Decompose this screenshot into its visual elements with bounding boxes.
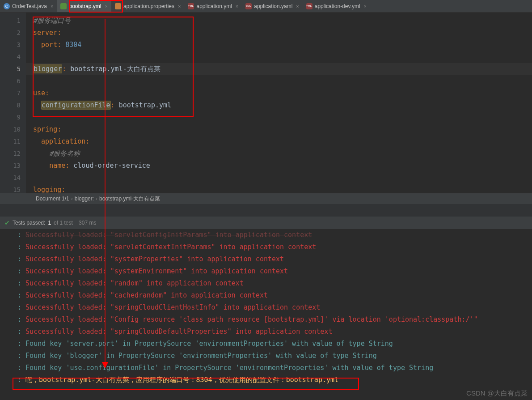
tab-label: application.properties — [123, 3, 174, 9]
console-output[interactable]: : Successfully loaded: "servletConfigIni… — [0, 229, 532, 399]
line-num: 8 — [0, 99, 21, 111]
yaml-key: blogger — [33, 64, 62, 73]
tab-ordertest[interactable]: C OrderTest.java × — [0, 0, 57, 12]
tab-label: application.yaml — [254, 3, 292, 9]
console-line: : Successfully loaded: "servletConfigIni… — [13, 229, 528, 241]
line-gutter: 1 2 3 4 5 6 7 8 9 10 11 12 13 14 15 — [0, 13, 26, 193]
line-num: 6 — [0, 75, 21, 87]
tests-label: Tests passed: — [13, 220, 45, 226]
tab-label: application-dev.yml — [315, 3, 360, 9]
code-editor[interactable]: 1 2 3 4 5 6 7 8 9 10 11 12 13 14 15 #服务端… — [0, 13, 532, 193]
console-line: : Successfully loaded: "cachedrandom" in… — [13, 289, 528, 302]
line-num: 10 — [0, 123, 21, 136]
line-num: 13 — [0, 160, 21, 172]
close-icon[interactable]: × — [105, 4, 108, 9]
tab-label: bootstrap.yml — [69, 3, 101, 9]
console-line: : Successfully loaded: "systemProperties… — [13, 253, 528, 265]
console-line: : Successfully loaded: "springCloudDefau… — [13, 326, 528, 338]
console-line: : Successfully loaded: "servletContextIn… — [13, 241, 528, 253]
panel-divider[interactable] — [0, 204, 532, 217]
tab-label: OrderTest.java — [12, 3, 47, 9]
watermark: CSDN @大白有点菜 — [466, 389, 528, 398]
yaml-key: spring — [33, 125, 57, 133]
close-icon[interactable]: × — [364, 4, 367, 9]
test-status-bar: ✔ Tests passed: 1 of 1 test – 307 ms — [0, 217, 532, 229]
comment: #服务名称 — [49, 149, 80, 157]
tab-bootstrap[interactable]: bootstrap.yml × — [57, 0, 111, 12]
yaml-key: application — [41, 137, 85, 145]
line-num: 7 — [0, 87, 21, 99]
line-num: 15 — [0, 184, 21, 196]
line-num: 3 — [0, 39, 21, 51]
yml-icon — [60, 3, 67, 9]
yaml-value: bootstrap.yml — [119, 101, 171, 109]
console-line: : Successfully loaded: "systemEnvironmen… — [13, 265, 528, 277]
line-num: 2 — [0, 27, 21, 39]
line-num: 5 — [0, 63, 21, 75]
yml-icon — [188, 3, 194, 9]
editor-tabs: C OrderTest.java × bootstrap.yml × appli… — [0, 0, 532, 13]
console-line: : Found key 'use.configurationFile' in P… — [13, 362, 528, 374]
close-icon[interactable]: × — [296, 4, 299, 9]
line-num: 11 — [0, 136, 21, 148]
yaml-key: logging — [33, 186, 61, 194]
yml-icon — [245, 3, 252, 9]
breadcrumb-part[interactable]: blogger: — [75, 196, 94, 202]
tab-appprops[interactable]: application.properties × — [111, 0, 185, 12]
line-num: 14 — [0, 172, 21, 184]
breadcrumb-part[interactable]: bootstrap.yml-大白有点菜 — [99, 195, 160, 203]
console-line: : Found key 'server.port' in PropertySou… — [13, 338, 528, 350]
yaml-key: server — [33, 29, 57, 37]
yml-icon — [306, 3, 312, 9]
yaml-key: name — [49, 162, 65, 170]
tests-detail: of 1 test – 307 ms — [54, 220, 96, 226]
line-num: 1 — [0, 15, 21, 27]
tests-count: 1 — [48, 220, 51, 226]
console-line: : Found key 'blogger' in PropertySource … — [13, 350, 528, 362]
line-num: 4 — [0, 51, 21, 63]
close-icon[interactable]: × — [236, 4, 238, 9]
console-line: : 嘿，bootstrap.yml-大白有点菜，应用程序的端口号：8304，优先… — [13, 374, 528, 386]
code-area[interactable]: #服务端口号 server: port: 8304 blogger: boots… — [26, 13, 532, 193]
properties-icon — [115, 3, 121, 9]
yaml-key: configurationFile — [41, 101, 111, 110]
tab-appdev[interactable]: application-dev.yml × — [303, 0, 370, 12]
line-num: 9 — [0, 111, 21, 123]
console-line: : Successfully loaded: "Config resource … — [13, 314, 528, 326]
comment: #服务端口号 — [33, 17, 71, 25]
yaml-key: port — [41, 41, 57, 49]
yaml-key: use — [33, 89, 45, 97]
yaml-value: cloud-order-service — [73, 162, 150, 170]
close-icon[interactable]: × — [51, 4, 53, 9]
breadcrumb-part[interactable]: Document 1/1 — [36, 196, 69, 202]
checkmark-icon: ✔ — [4, 219, 10, 226]
close-icon[interactable]: × — [178, 4, 181, 9]
tab-appyml[interactable]: application.yml × — [184, 0, 242, 12]
class-icon: C — [4, 3, 10, 9]
yaml-value: bootstrap.yml-大白有点菜 — [70, 65, 160, 73]
tab-appyaml[interactable]: application.yaml × — [242, 0, 302, 12]
yaml-value: 8304 — [65, 41, 81, 49]
console-line: : Successfully loaded: "random" into app… — [13, 277, 528, 289]
console-line: : Successfully loaded: "springCloudClien… — [13, 302, 528, 314]
line-num: 12 — [0, 148, 21, 160]
tab-label: application.yml — [196, 3, 232, 9]
